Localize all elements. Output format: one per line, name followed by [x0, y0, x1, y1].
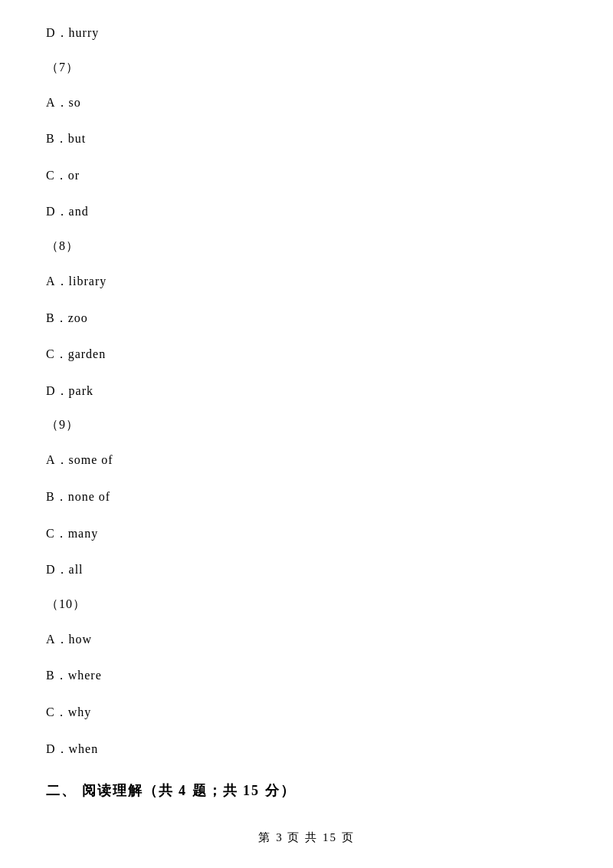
- option-d-hurry: D．hurry: [46, 23, 567, 43]
- section-title: 二、 阅读理解（共 4 题；共 15 分）: [46, 781, 567, 800]
- option-10d: D．when: [46, 739, 567, 759]
- option-7c: C．or: [46, 166, 567, 186]
- question-7-number: （7）: [46, 60, 567, 76]
- option-10c: C．why: [46, 702, 567, 722]
- option-9c: C．many: [46, 524, 567, 544]
- option-9d: D．all: [46, 560, 567, 580]
- option-10b: B．where: [46, 666, 567, 686]
- option-10a: A．how: [46, 630, 567, 649]
- page-container: D．hurry （7） A．so B．but C．or D．and （8） A．…: [0, 0, 613, 853]
- option-8b: B．zoo: [46, 308, 567, 328]
- question-9-number: （9）: [46, 417, 567, 433]
- option-7d: D．and: [46, 202, 567, 222]
- question-8-number: （8）: [46, 238, 567, 255]
- option-8c: C．garden: [46, 344, 567, 364]
- question-10-number: （10）: [46, 597, 567, 613]
- option-9a: A．some of: [46, 450, 567, 470]
- option-d-hurry-label: D．hurry: [46, 26, 99, 39]
- option-7b: B．but: [46, 129, 567, 149]
- page-footer: 第 3 页 共 15 页: [0, 830, 613, 845]
- option-8a: A．library: [46, 271, 567, 291]
- option-9b: B．none of: [46, 487, 567, 507]
- option-7a: A．so: [46, 93, 567, 113]
- option-8d: D．park: [46, 381, 567, 401]
